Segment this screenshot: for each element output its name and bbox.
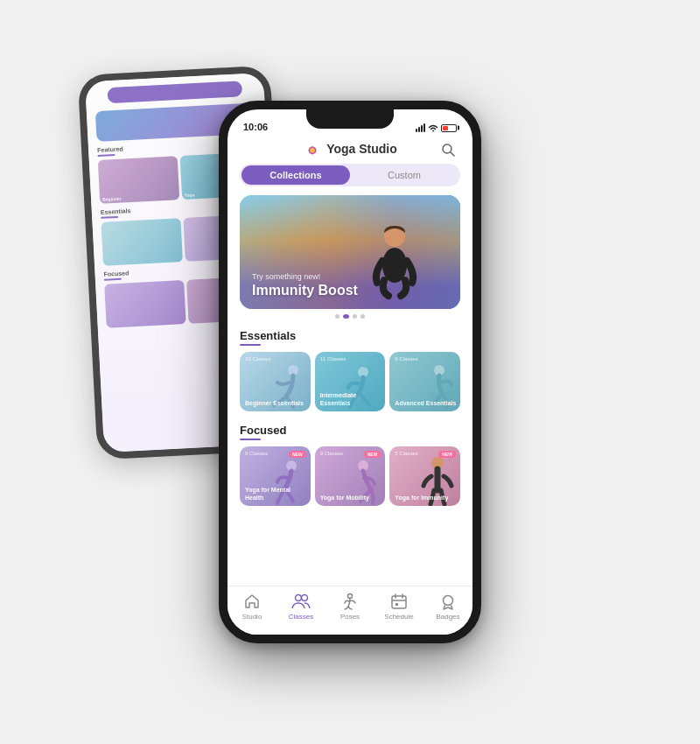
essentials-title: Essentials [240,329,460,342]
focused-card-1-classes: 9 Classes [245,451,268,456]
hero-person [355,204,434,309]
dot-3 [353,314,357,319]
focused-card-2[interactable]: 9 Classes NEW Yoga for Mobility [315,446,386,506]
svg-line-6 [451,152,454,156]
nav-badges[interactable]: Badges [429,592,467,621]
signal-icon [416,123,425,132]
essentials-card-1-classes: 10 Classes [245,356,271,361]
dot-1 [335,314,340,319]
focused-card-2-label: Yoga for Mobility [320,494,382,502]
svg-rect-18 [392,596,406,608]
app-header: Yoga Studio [228,136,472,164]
wifi-icon [428,123,438,132]
nav-classes-label: Classes [289,613,313,621]
tab-bar: Collections Custom [240,164,460,186]
essentials-card-3-classes: 9 Classes [395,356,417,361]
lotus-icon [303,139,322,158]
focused-underline [240,439,261,440]
dot-4 [360,314,365,319]
hero-subtitle: Try something new! [252,272,358,281]
badge-icon [438,592,458,611]
nav-badges-label: Badges [436,613,459,621]
nav-schedule[interactable]: Schedule [380,592,418,621]
tab-custom[interactable]: Custom [350,165,458,185]
focused-card-2-new-badge: NEW [364,451,382,458]
nav-poses-label: Poses [340,613,360,621]
pose-icon [340,592,360,611]
svg-point-15 [296,595,302,601]
search-button[interactable] [438,139,458,160]
svg-rect-22 [396,603,398,606]
notch [306,109,394,129]
calendar-icon [389,592,409,611]
status-time: 10:06 [243,122,268,132]
tab-collections[interactable]: Collections [242,165,350,185]
essentials-underline [240,344,261,346]
battery-icon [441,124,457,132]
essentials-card-1-label: Beginner Essentials [245,399,307,407]
essentials-card-2-label: Intermediate Essentials [320,391,382,407]
focused-title: Focused [240,424,460,437]
scroll-content: Try something new! Immunity Boost Essent… [228,195,472,586]
search-icon [440,142,456,158]
essentials-card-2-classes: 11 Classes [320,356,346,361]
hero-text-area: Try something new! Immunity Boost [252,272,358,298]
dot-2 [343,314,349,319]
bottom-nav: Studio Classes [228,586,472,635]
header-logo: Yoga Studio [303,139,397,158]
dots-indicator [228,314,472,319]
hero-title: Immunity Boost [252,283,358,298]
focused-card-1-label: Yoga for Mental Health [245,486,307,502]
app-title: Yoga Studio [326,142,397,156]
nav-schedule-label: Schedule [384,613,413,621]
svg-point-16 [302,595,308,601]
essentials-card-3[interactable]: 9 Classes Advanced Essentials [389,352,460,411]
essentials-section: Essentials 10 Classes Beginner Es [228,324,472,411]
essentials-cards: 10 Classes Beginner Essentials 11 Classe [240,352,460,411]
essentials-card-3-label: Advanced Essentials [395,399,457,407]
focused-cards: 9 Classes NEW Yoga for Mental Health 9 C… [240,446,460,506]
focused-card-3-label: Yoga for Immunity [395,494,457,502]
house-icon [242,592,262,611]
focused-card-3-classes: 5 Classes [395,451,417,456]
focused-card-2-classes: 9 Classes [320,451,343,456]
essentials-card-1[interactable]: 10 Classes Beginner Essentials [240,352,311,411]
svg-point-4 [310,148,315,153]
status-icons [416,123,457,132]
nav-poses[interactable]: Poses [331,592,369,621]
focused-card-3[interactable]: 5 Classes NEW Yoga for Immunity [389,446,460,506]
main-phone: 10:06 [219,101,481,643]
people-icon [291,592,311,611]
focused-card-1-new-badge: NEW [289,451,306,458]
nav-studio[interactable]: Studio [233,592,271,621]
focused-section: Focused 9 Classes NEW Yoga for Men [228,418,472,506]
svg-point-23 [444,596,453,606]
hero-banner[interactable]: Try something new! Immunity Boost [240,195,460,309]
nav-studio-label: Studio [242,613,262,621]
focused-card-1[interactable]: 9 Classes NEW Yoga for Mental Health [240,446,311,506]
nav-classes[interactable]: Classes [282,592,320,621]
essentials-card-2[interactable]: 11 Classes Intermediate Essentials [315,352,386,411]
